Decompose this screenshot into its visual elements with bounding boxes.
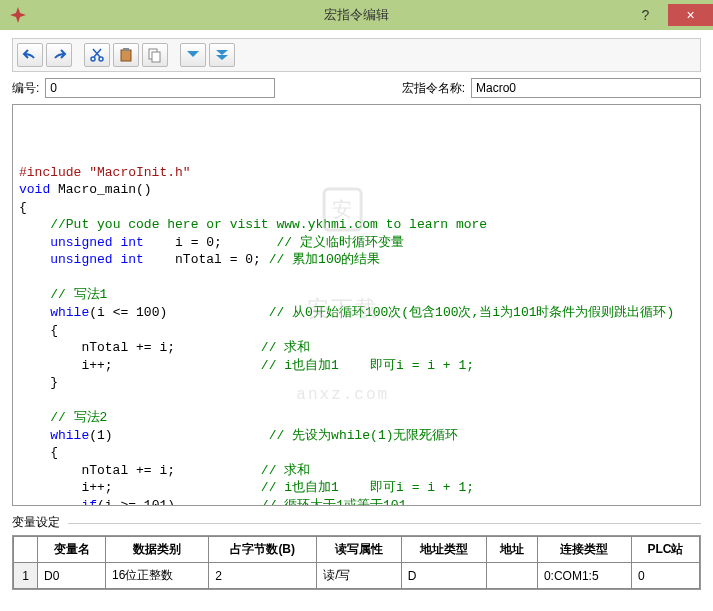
close-button[interactable]: × bbox=[668, 4, 713, 26]
code-line: { bbox=[19, 199, 694, 217]
table-cell[interactable]: D bbox=[401, 563, 486, 589]
number-input[interactable] bbox=[45, 78, 275, 98]
variables-section-label: 变量设定 bbox=[12, 514, 701, 531]
table-cell[interactable]: 0 bbox=[631, 563, 699, 589]
table-cell[interactable]: 0:COM1:5 bbox=[537, 563, 631, 589]
code-line: // 写法1 bbox=[19, 286, 694, 304]
window-title: 宏指令编辑 bbox=[324, 6, 389, 24]
table-cell[interactable] bbox=[486, 563, 537, 589]
svg-rect-2 bbox=[121, 50, 131, 61]
code-line: #include "MacroInit.h" bbox=[19, 164, 694, 182]
code-line: { bbox=[19, 444, 694, 462]
number-label: 编号: bbox=[12, 80, 39, 97]
code-line: nTotal += i; // 求和 bbox=[19, 339, 694, 357]
variables-table: 变量名数据类别占字节数(B)读写属性地址类型地址连接类型PLC站 1D016位正… bbox=[13, 536, 700, 589]
column-header[interactable]: 地址类型 bbox=[401, 537, 486, 563]
column-header[interactable]: 变量名 bbox=[38, 537, 106, 563]
code-line: while(i <= 100) // 从0开始循环100次(包含100次,当i为… bbox=[19, 304, 694, 322]
copy-button[interactable] bbox=[142, 43, 168, 67]
row-index: 1 bbox=[14, 563, 38, 589]
help-button[interactable]: ? bbox=[623, 4, 668, 26]
code-line: i++; // i也自加1 即可i = i + 1; bbox=[19, 357, 694, 375]
svg-point-0 bbox=[91, 57, 95, 61]
variables-table-wrap: 变量名数据类别占字节数(B)读写属性地址类型地址连接类型PLC站 1D016位正… bbox=[12, 535, 701, 590]
code-line: nTotal += i; // 求和 bbox=[19, 462, 694, 480]
table-cell[interactable]: 读/写 bbox=[317, 563, 402, 589]
titlebar: 宏指令编辑 ? × bbox=[0, 0, 713, 30]
code-line: unsigned int i = 0; // 定义临时循环变量 bbox=[19, 234, 694, 252]
code-line: while(1) // 先设为while(1)无限死循环 bbox=[19, 427, 694, 445]
app-icon bbox=[8, 5, 28, 25]
paste-button[interactable] bbox=[113, 43, 139, 67]
code-line: //Put you code here or visit www.ykhmi.c… bbox=[19, 216, 694, 234]
cut-button[interactable] bbox=[84, 43, 110, 67]
name-label: 宏指令名称: bbox=[402, 80, 465, 97]
code-editor[interactable]: 安 安下载 anxz.com #include "MacroInit.h"voi… bbox=[12, 104, 701, 506]
table-cell[interactable]: D0 bbox=[38, 563, 106, 589]
name-input[interactable] bbox=[471, 78, 701, 98]
undo-button[interactable] bbox=[17, 43, 43, 67]
svg-point-1 bbox=[99, 57, 103, 61]
code-line: { bbox=[19, 322, 694, 340]
collapse-button[interactable] bbox=[209, 43, 235, 67]
expand-button[interactable] bbox=[180, 43, 206, 67]
table-cell[interactable]: 2 bbox=[209, 563, 317, 589]
column-header[interactable]: 连接类型 bbox=[537, 537, 631, 563]
svg-rect-3 bbox=[123, 48, 129, 51]
redo-button[interactable] bbox=[46, 43, 72, 67]
code-line: if(i >= 101) // 循环大于1或等于101 bbox=[19, 497, 694, 506]
code-line: unsigned int nTotal = 0; // 累加100的结果 bbox=[19, 251, 694, 269]
code-line: void Macro_main() bbox=[19, 181, 694, 199]
toolbar-panel bbox=[12, 38, 701, 72]
table-row[interactable]: 1D016位正整数2读/写D0:COM1:50 bbox=[14, 563, 700, 589]
svg-rect-5 bbox=[152, 52, 160, 62]
code-line bbox=[19, 392, 694, 410]
fields-row: 编号: 宏指令名称: bbox=[12, 78, 701, 98]
code-line: // 写法2 bbox=[19, 409, 694, 427]
code-line bbox=[19, 269, 694, 287]
column-header[interactable]: 读写属性 bbox=[317, 537, 402, 563]
column-header[interactable]: 数据类别 bbox=[106, 537, 209, 563]
column-header[interactable]: 占字节数(B) bbox=[209, 537, 317, 563]
column-header[interactable]: 地址 bbox=[486, 537, 537, 563]
code-line: i++; // i也自加1 即可i = i + 1; bbox=[19, 479, 694, 497]
table-cell[interactable]: 16位正整数 bbox=[106, 563, 209, 589]
column-header[interactable]: PLC站 bbox=[631, 537, 699, 563]
code-line: } bbox=[19, 374, 694, 392]
